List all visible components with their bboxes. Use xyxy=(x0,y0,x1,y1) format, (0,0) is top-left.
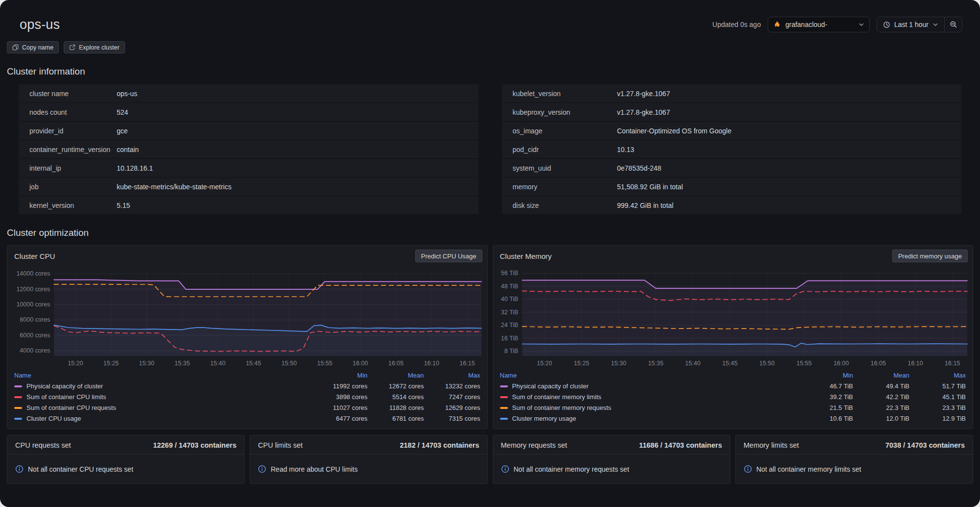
legend-mean-value: 11828 cores xyxy=(368,402,424,413)
legend-row: Sum of container memory requests21.5 TiB… xyxy=(500,402,966,413)
legend-header-mean[interactable]: Mean xyxy=(853,371,909,380)
datasource-picker[interactable]: grafanacloud- xyxy=(768,17,870,32)
stat-note-link[interactable]: Read more about CPU limits xyxy=(271,465,357,473)
legend-max-value: 12629 cores xyxy=(424,402,480,413)
table-row: memory51,508.92 GiB in total xyxy=(502,177,962,196)
row-value: 5.15 xyxy=(117,202,130,209)
svg-text:16 TiB: 16 TiB xyxy=(501,335,518,342)
legend-header-max[interactable]: Max xyxy=(909,371,966,380)
cluster-memory-panel: Cluster Memory Predict memory usage 8 Ti… xyxy=(493,245,974,429)
row-value: gce xyxy=(117,127,128,135)
info-circle-icon xyxy=(744,465,752,473)
panel-header: Cluster Memory Predict memory usage xyxy=(493,246,973,264)
series-swatch xyxy=(500,396,508,398)
legend-header-min[interactable]: Min xyxy=(797,371,853,380)
legend-row: Physical capacity of cluster46.7 TiB49.4… xyxy=(500,380,966,391)
legend-header-name[interactable]: Name xyxy=(14,371,311,380)
stat-header: Memory requests set 11686 / 14703 contai… xyxy=(493,435,730,455)
zoom-out-button[interactable] xyxy=(944,17,962,32)
updated-status: Updated 0s ago xyxy=(712,21,761,28)
legend-series-name[interactable]: Physical capacity of cluster xyxy=(512,382,589,390)
svg-text:15:50: 15:50 xyxy=(759,360,774,367)
legend-min-value: 46.7 TiB xyxy=(797,380,853,391)
legend-mean-value: 49.4 TiB xyxy=(853,380,909,391)
zoom-out-icon xyxy=(950,21,957,28)
legend-series-name[interactable]: Physical capacity of cluster xyxy=(26,382,103,390)
table-row: container_runtime_versioncontain xyxy=(19,140,478,159)
legend-series-name[interactable]: Sum of container CPU requests xyxy=(26,404,116,411)
charts-row: Cluster CPU Predict CPU Usage 4000 cores… xyxy=(7,245,973,429)
legend-series-name[interactable]: Sum of container memory requests xyxy=(512,404,611,411)
time-range-picker[interactable]: Last 1 hour xyxy=(877,17,944,32)
copy-icon xyxy=(12,44,19,51)
legend-series-name[interactable]: Cluster CPU usage xyxy=(26,415,81,422)
legend-header-name[interactable]: Name xyxy=(500,371,797,380)
row-key: internal_ip xyxy=(19,164,117,172)
row-key: disk size xyxy=(502,202,617,209)
stat-value: 7038 / 14703 containers xyxy=(885,441,965,449)
legend-max-value: 51.7 TiB xyxy=(909,380,966,391)
legend-series-name[interactable]: Sum of container CPU limits xyxy=(26,393,106,401)
grafana-dashboard: ops-us Updated 0s ago grafanacloud- xyxy=(0,0,980,507)
predict-memory-usage-button[interactable]: Predict memory usage xyxy=(892,250,968,262)
stat-body: Read more about CPU limits xyxy=(250,455,487,483)
svg-text:56 TiB: 56 TiB xyxy=(501,270,518,277)
stat-body: Not all container CPU requests set xyxy=(7,455,244,483)
legend-series-name[interactable]: Cluster memory usage xyxy=(512,415,577,422)
legend-min-value: 6477 cores xyxy=(311,413,368,424)
stat-title: CPU requests set xyxy=(15,441,71,449)
svg-text:48 TiB: 48 TiB xyxy=(501,283,518,290)
stat-panel-cpu-requests: CPU requests set 12269 / 14703 container… xyxy=(7,435,245,484)
stat-note: Not all container CPU requests set xyxy=(28,465,133,473)
legend-min-value: 11027 cores xyxy=(311,402,368,413)
svg-text:8000 cores: 8000 cores xyxy=(20,316,50,323)
stat-title: CPU limits set xyxy=(258,441,302,449)
svg-text:15:35: 15:35 xyxy=(175,360,190,367)
info-circle-icon xyxy=(258,465,266,473)
row-key: cluster name xyxy=(19,90,117,98)
legend-series-name[interactable]: Sum of container memory limits xyxy=(512,393,602,401)
svg-text:16:00: 16:00 xyxy=(352,360,368,367)
stat-header: CPU requests set 12269 / 14703 container… xyxy=(7,435,244,455)
cluster-info-table-right: kubelet_versionv1.27.8-gke.1067kubeproxy… xyxy=(502,84,962,215)
chart-canvas[interactable]: 8 TiB16 TiB24 TiB32 TiB40 TiB48 TiB56 Ti… xyxy=(493,264,973,370)
legend-table: NameMinMeanMaxPhysical capacity of clust… xyxy=(14,371,480,424)
explore-cluster-button[interactable]: Explore cluster xyxy=(64,41,125,53)
top-bar: ops-us Updated 0s ago grafanacloud- xyxy=(0,0,980,32)
cluster-memory-legend: NameMinMeanMaxPhysical capacity of clust… xyxy=(493,370,973,429)
svg-text:16:10: 16:10 xyxy=(424,360,439,367)
panel-header: Cluster CPU Predict CPU Usage xyxy=(7,246,487,264)
cluster-memory-chart[interactable]: 8 TiB16 TiB24 TiB32 TiB40 TiB48 TiB56 Ti… xyxy=(493,264,973,370)
svg-text:12000 cores: 12000 cores xyxy=(16,286,50,293)
table-row: kubeproxy_versionv1.27.8-gke.1067 xyxy=(502,103,962,122)
stat-value: 2182 / 14703 containers xyxy=(400,441,479,449)
svg-text:16:05: 16:05 xyxy=(388,360,403,367)
svg-text:16:15: 16:15 xyxy=(945,360,960,367)
svg-text:16:05: 16:05 xyxy=(870,360,885,367)
predict-cpu-usage-button[interactable]: Predict CPU Usage xyxy=(415,250,482,262)
table-row: kernel_version5.15 xyxy=(19,196,478,215)
cluster-cpu-legend: NameMinMeanMaxPhysical capacity of clust… xyxy=(7,370,487,429)
legend-header-min[interactable]: Min xyxy=(311,371,368,380)
legend-header-max[interactable]: Max xyxy=(424,371,480,380)
series-swatch xyxy=(500,418,508,420)
chart-canvas[interactable]: 4000 cores6000 cores8000 cores10000 core… xyxy=(7,264,487,370)
series-swatch xyxy=(500,407,508,409)
legend-max-value: 7315 cores xyxy=(424,413,480,424)
cluster-cpu-chart[interactable]: 4000 cores6000 cores8000 cores10000 core… xyxy=(7,264,487,370)
legend-max-value: 23.3 TiB xyxy=(909,402,966,413)
svg-text:6000 cores: 6000 cores xyxy=(20,332,50,339)
legend-header-mean[interactable]: Mean xyxy=(368,371,424,380)
series-swatch xyxy=(14,407,22,409)
svg-text:16:10: 16:10 xyxy=(907,360,923,367)
row-value: 999.42 GiB in total xyxy=(617,202,674,209)
svg-text:14000 cores: 14000 cores xyxy=(16,270,50,277)
table-row: disk size999.42 GiB in total xyxy=(502,196,962,215)
series-swatch xyxy=(14,385,22,387)
clock-icon xyxy=(883,21,890,28)
legend-max-value: 12.9 TiB xyxy=(909,413,966,424)
copy-name-button[interactable]: Copy name xyxy=(7,41,59,53)
row-key: memory xyxy=(502,183,617,191)
explore-cluster-label: Explore cluster xyxy=(79,44,120,51)
row-value: Container-Optimized OS from Google xyxy=(617,127,731,135)
